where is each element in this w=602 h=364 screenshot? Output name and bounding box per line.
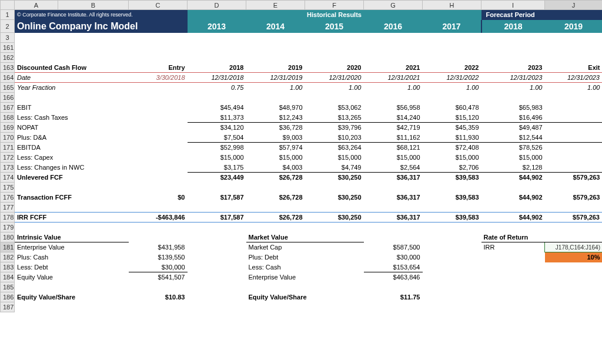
iv-value[interactable]: $139,550 — [129, 252, 188, 262]
row-178-irr-fcff[interactable]: 178 IRR FCFF -$463,846 $17,587 $26,728 $… — [1, 213, 603, 223]
cell[interactable] — [545, 103, 603, 113]
date-cell[interactable]: 12/31/2022 — [423, 73, 481, 83]
cell[interactable]: $72,408 — [423, 143, 481, 153]
row-header[interactable]: 186 — [1, 292, 15, 302]
row-header[interactable]: 164 — [1, 73, 15, 83]
yf-cell[interactable]: 1.00 — [481, 83, 545, 93]
cell[interactable]: $579,263 — [545, 193, 603, 203]
cell[interactable]: $45,359 — [423, 123, 481, 133]
cell[interactable]: $53,062 — [305, 103, 364, 113]
cell[interactable]: $57,974 — [246, 143, 305, 153]
cell[interactable]: $15,000 — [188, 153, 246, 163]
yf-cell[interactable]: 0.75 — [188, 83, 246, 93]
cell[interactable]: $10,203 — [305, 133, 364, 143]
yf-cell[interactable]: 1.00 — [246, 83, 305, 93]
cell[interactable]: $49,487 — [481, 123, 545, 133]
cell[interactable] — [545, 123, 603, 133]
cell[interactable]: $45,494 — [188, 103, 246, 113]
dcf-row[interactable]: 169NOPAT$34,120$36,728$39,796$42,719$45,… — [1, 123, 603, 133]
yf-cell[interactable]: 1.00 — [364, 83, 423, 93]
row-header[interactable]: 185 — [1, 282, 15, 292]
cell[interactable]: $11,373 — [188, 113, 246, 123]
cell[interactable]: $11,162 — [364, 133, 423, 143]
cell[interactable]: $0 — [129, 193, 188, 203]
row-header[interactable]: 180 — [1, 232, 15, 242]
cell[interactable]: $44,902 — [481, 213, 545, 223]
cell[interactable]: $17,587 — [188, 193, 246, 203]
row-header[interactable]: 187 — [1, 302, 15, 312]
row-header[interactable]: 182 — [1, 252, 15, 262]
row-header[interactable]: 162 — [1, 53, 15, 63]
cell[interactable]: $42,719 — [364, 123, 423, 133]
date-cell[interactable]: 12/31/2023 — [481, 73, 545, 83]
cell[interactable]: $63,264 — [305, 143, 364, 153]
cell[interactable]: $15,000 — [481, 153, 545, 163]
col-J[interactable]: J — [545, 1, 603, 10]
row-1[interactable]: 1 © Corporate Finance Institute. All rig… — [1, 10, 603, 20]
row-header[interactable]: 3 — [1, 33, 15, 43]
dcf-row[interactable]: 168Less: Cash Taxes$11,373$12,243$13,265… — [1, 113, 603, 123]
dcf-row[interactable]: 167EBIT$45,494$48,970$53,062$56,958$60,4… — [1, 103, 603, 113]
col-D[interactable]: D — [188, 1, 246, 10]
cell[interactable] — [545, 133, 603, 143]
row-182[interactable]: 182 Plus: Cash $139,550 Plus: Debt $30,0… — [1, 252, 603, 262]
row-183[interactable]: 183 Less: Debt $30,000 Less: Cash $153,6… — [1, 262, 603, 272]
row-186[interactable]: 186 Equity Value/Share $10.83 Equity Val… — [1, 292, 603, 302]
row-header[interactable]: 2 — [1, 20, 15, 33]
cell[interactable]: $68,121 — [364, 143, 423, 153]
cell[interactable]: $15,000 — [364, 153, 423, 163]
row-header[interactable]: 168 — [1, 113, 15, 123]
cell[interactable]: $15,000 — [246, 153, 305, 163]
cell[interactable]: $36,317 — [364, 213, 423, 223]
row-header[interactable]: 1 — [1, 10, 15, 20]
cell[interactable]: $579,263 — [545, 213, 603, 223]
dcf-row[interactable]: 172Less: Capex$15,000$15,000$15,000$15,0… — [1, 153, 603, 163]
cell[interactable]: $65,983 — [481, 103, 545, 113]
row-header[interactable]: 163 — [1, 63, 15, 73]
dcf-row[interactable]: 173Less: Changes in NWC$3,175$4,003$4,74… — [1, 163, 603, 173]
row-header[interactable]: 172 — [1, 153, 15, 163]
cell[interactable]: $4,749 — [305, 163, 364, 173]
cell[interactable]: $78,526 — [481, 143, 545, 153]
mv-value[interactable]: $153,654 — [364, 262, 423, 272]
cell[interactable]: $36,317 — [364, 173, 423, 183]
cell[interactable]: $48,970 — [246, 103, 305, 113]
cell[interactable]: $2,128 — [481, 163, 545, 173]
cell[interactable]: $579,263 — [545, 173, 603, 183]
date-entry[interactable]: 3/30/2018 — [129, 73, 188, 83]
cell[interactable]: $12,544 — [481, 133, 545, 143]
row-header[interactable]: 183 — [1, 262, 15, 272]
cell[interactable]: $15,000 — [305, 153, 364, 163]
col-A[interactable]: A — [15, 1, 58, 10]
row-header[interactable]: 167 — [1, 103, 15, 113]
cell[interactable]: $4,003 — [246, 163, 305, 173]
dcf-row[interactable]: 171EBITDA$52,998$57,974$63,264$68,121$72… — [1, 143, 603, 153]
row-176-transaction-fcff[interactable]: 176 Transaction FCFF $0 $17,587 $26,728 … — [1, 193, 603, 203]
row-header[interactable]: 178 — [1, 213, 15, 223]
cell[interactable]: $56,958 — [364, 103, 423, 113]
cell[interactable]: $15,000 — [423, 153, 481, 163]
cell[interactable]: $2,706 — [423, 163, 481, 173]
cell[interactable] — [545, 113, 603, 123]
cell[interactable]: $39,583 — [423, 173, 481, 183]
row-180[interactable]: 180 Intrinsic Value Market Value Rate of… — [1, 232, 603, 242]
cell[interactable] — [545, 143, 603, 153]
cell[interactable]: $13,265 — [305, 113, 364, 123]
col-H[interactable]: H — [423, 1, 481, 10]
cell[interactable]: $39,583 — [423, 213, 481, 223]
row-header[interactable]: 166 — [1, 93, 15, 103]
cell[interactable]: $15,120 — [423, 113, 481, 123]
cell[interactable]: $44,902 — [481, 173, 545, 183]
row-165[interactable]: 165 Year Fraction 0.75 1.00 1.00 1.00 1.… — [1, 83, 603, 93]
cell[interactable]: $39,796 — [305, 123, 364, 133]
row-header[interactable]: 174 — [1, 173, 15, 183]
cell[interactable]: $36,317 — [364, 193, 423, 203]
dcf-row[interactable]: 174Unlevered FCF$23,449$26,728$30,250$36… — [1, 173, 603, 183]
date-cell[interactable]: 12/31/2018 — [188, 73, 246, 83]
cell[interactable]: $16,496 — [481, 113, 545, 123]
cell[interactable]: $23,449 — [188, 173, 246, 183]
date-cell[interactable]: 12/31/2021 — [364, 73, 423, 83]
formula-cell[interactable]: J178,C164:J164) — [545, 242, 603, 252]
cell[interactable]: $26,728 — [246, 213, 305, 223]
col-F[interactable]: F — [305, 1, 364, 10]
